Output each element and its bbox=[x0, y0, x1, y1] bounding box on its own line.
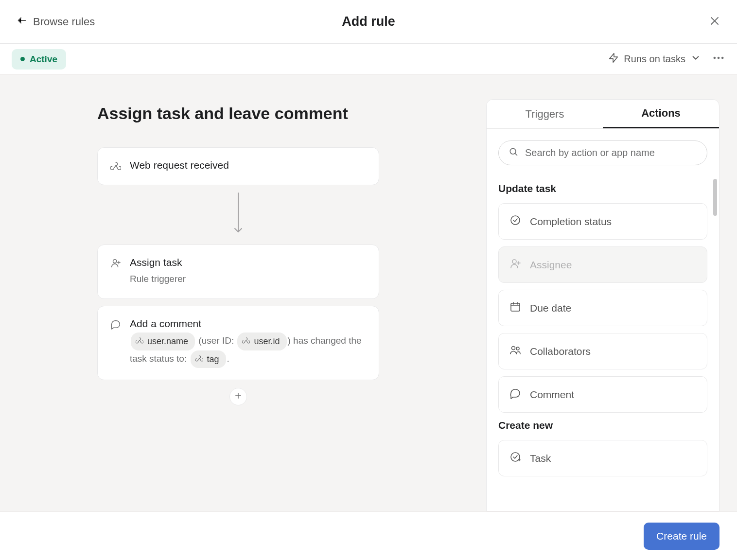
close-icon bbox=[709, 20, 720, 28]
svg-point-4 bbox=[714, 57, 716, 59]
webhook-icon bbox=[242, 334, 250, 349]
action-option-task[interactable]: Task bbox=[498, 440, 707, 476]
search-icon bbox=[509, 147, 518, 159]
more-options-button[interactable] bbox=[712, 51, 725, 67]
create-rule-button[interactable]: Create rule bbox=[644, 523, 719, 550]
trigger-title: Web request received bbox=[130, 159, 229, 171]
action-option-label: Assignee bbox=[530, 259, 572, 271]
trigger-card[interactable]: Web request received bbox=[97, 147, 379, 185]
action-option-label: Collaborators bbox=[530, 346, 591, 357]
variable-chip: tag bbox=[191, 350, 226, 368]
lightning-icon bbox=[608, 52, 619, 66]
runs-on-dropdown[interactable]: Runs on tasks bbox=[608, 52, 701, 66]
page-title: Add rule bbox=[342, 14, 395, 29]
comment-preview: user.name (user ID: user.id ) has change… bbox=[130, 332, 366, 368]
variable-name: user.id bbox=[254, 334, 280, 349]
rule-name[interactable]: Assign task and leave comment bbox=[97, 104, 379, 123]
action-title: Assign task bbox=[130, 257, 186, 268]
person-plus-icon bbox=[509, 258, 521, 272]
variable-name: tag bbox=[207, 352, 219, 367]
flow-arrow bbox=[97, 192, 379, 238]
svg-marker-3 bbox=[610, 53, 618, 62]
webhook-icon bbox=[110, 160, 121, 173]
action-option-label: Task bbox=[530, 453, 551, 464]
check-circle-icon bbox=[509, 214, 521, 228]
back-label: Browse rules bbox=[33, 16, 95, 28]
action-option-label: Comment bbox=[530, 389, 574, 401]
main-area: Assign task and leave comment Web reques… bbox=[0, 75, 737, 511]
side-panel-tabs: Triggers Actions bbox=[487, 100, 719, 129]
svg-point-24 bbox=[516, 347, 519, 350]
action-title: Add a comment bbox=[130, 318, 366, 330]
search-input[interactable] bbox=[525, 147, 697, 158]
add-step-button[interactable] bbox=[229, 388, 247, 405]
plus-icon bbox=[234, 391, 243, 402]
action-option-assignee: Assignee bbox=[498, 246, 707, 283]
comment-text: . bbox=[227, 353, 229, 364]
variable-name: user.name bbox=[147, 334, 188, 349]
status-pill[interactable]: Active bbox=[12, 49, 66, 70]
webhook-icon bbox=[136, 334, 143, 349]
browse-rules-back-button[interactable]: Browse rules bbox=[17, 15, 95, 29]
action-card-add-comment[interactable]: Add a comment user.name (user ID: user.i… bbox=[97, 306, 379, 380]
action-option-label: Due date bbox=[530, 302, 571, 314]
tab-actions[interactable]: Actions bbox=[603, 100, 719, 128]
comment-text: (user ID: bbox=[196, 336, 236, 346]
action-option-completion-status[interactable]: Completion status bbox=[498, 203, 707, 240]
chevron-down-icon bbox=[690, 52, 701, 66]
tab-triggers[interactable]: Triggers bbox=[487, 100, 603, 128]
action-option-due-date[interactable]: Due date bbox=[498, 290, 707, 326]
svg-point-23 bbox=[512, 347, 515, 350]
svg-rect-19 bbox=[511, 303, 520, 311]
add-step-row bbox=[97, 388, 379, 405]
variable-chip: user.id bbox=[237, 332, 286, 350]
status-label: Active bbox=[30, 54, 57, 65]
runs-on-label: Runs on tasks bbox=[624, 53, 685, 65]
comment-icon bbox=[509, 387, 521, 402]
section-title-update-task: Update task bbox=[498, 183, 707, 194]
person-plus-icon bbox=[110, 258, 121, 270]
top-header: Browse rules Add rule bbox=[0, 0, 737, 44]
action-card-assign-task[interactable]: Assign task Rule triggerer bbox=[97, 245, 379, 299]
footer: Create rule bbox=[0, 511, 737, 560]
action-subtitle: Rule triggerer bbox=[130, 271, 186, 287]
section-title-create-new: Create new bbox=[498, 420, 707, 431]
comment-icon bbox=[110, 319, 121, 332]
status-dot-icon bbox=[20, 57, 25, 61]
action-option-label: Completion status bbox=[530, 216, 612, 228]
svg-line-14 bbox=[515, 153, 517, 155]
arrow-down-icon bbox=[232, 192, 244, 238]
task-add-icon bbox=[509, 451, 521, 465]
action-option-collaborators[interactable]: Collaborators bbox=[498, 333, 707, 369]
more-horizontal-icon bbox=[712, 56, 725, 67]
rule-canvas: Assign task and leave comment Web reques… bbox=[0, 75, 486, 511]
svg-point-6 bbox=[721, 57, 724, 59]
people-icon bbox=[509, 344, 521, 358]
webhook-icon bbox=[195, 352, 203, 367]
close-button[interactable] bbox=[709, 15, 720, 29]
svg-point-15 bbox=[511, 216, 520, 225]
svg-point-5 bbox=[718, 57, 720, 59]
svg-point-16 bbox=[512, 260, 516, 263]
sub-header: Active Runs on tasks bbox=[0, 44, 737, 75]
calendar-icon bbox=[509, 301, 521, 315]
side-panel: Triggers Actions Update task Completion … bbox=[486, 99, 719, 511]
search-box[interactable] bbox=[498, 140, 707, 165]
action-option-comment[interactable]: Comment bbox=[498, 376, 707, 413]
variable-chip: user.name bbox=[131, 332, 195, 350]
actions-list: Update task Completion status Assignee D… bbox=[487, 177, 719, 511]
svg-point-8 bbox=[113, 260, 117, 263]
arrow-left-icon bbox=[17, 15, 27, 29]
scrollbar-thumb[interactable] bbox=[713, 179, 717, 216]
